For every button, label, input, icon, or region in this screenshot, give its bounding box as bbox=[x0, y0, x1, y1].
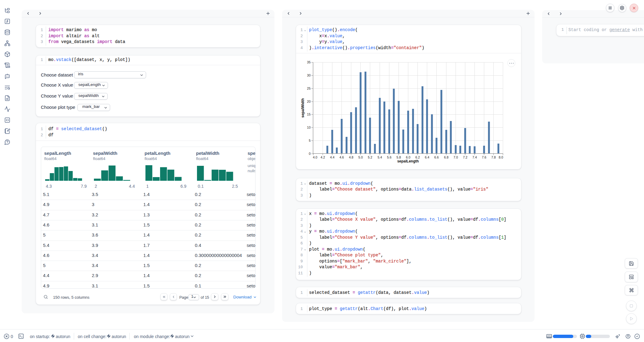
svg-text:sepalLength: sepalLength bbox=[397, 159, 419, 163]
svg-text:10: 10 bbox=[307, 126, 311, 129]
svg-text:15: 15 bbox=[307, 112, 311, 116]
svg-text:5.6: 5.6 bbox=[387, 155, 392, 159]
svg-text:5.4: 5.4 bbox=[377, 155, 382, 159]
svg-text:25: 25 bbox=[307, 87, 311, 90]
svg-text:20: 20 bbox=[307, 100, 311, 103]
svg-text:7.8: 7.8 bbox=[491, 155, 496, 159]
svg-text:4.0: 4.0 bbox=[313, 155, 317, 159]
svg-text:4.4: 4.4 bbox=[330, 155, 335, 159]
svg-text:6.4: 6.4 bbox=[425, 155, 429, 159]
svg-text:sepalWidth: sepalWidth bbox=[301, 98, 305, 118]
svg-text:35: 35 bbox=[307, 60, 311, 64]
svg-text:5.8: 5.8 bbox=[396, 155, 401, 159]
svg-text:7.6: 7.6 bbox=[482, 155, 486, 159]
svg-text:4.2: 4.2 bbox=[320, 155, 325, 159]
svg-text:4.6: 4.6 bbox=[339, 155, 344, 159]
svg-text:6.6: 6.6 bbox=[434, 155, 439, 159]
svg-text:30: 30 bbox=[307, 73, 311, 77]
svg-text:6.2: 6.2 bbox=[415, 155, 420, 159]
svg-text:4.8: 4.8 bbox=[349, 155, 353, 159]
svg-text:6.0: 6.0 bbox=[406, 155, 410, 159]
svg-text:5.2: 5.2 bbox=[368, 155, 372, 159]
svg-text:7.0: 7.0 bbox=[453, 155, 458, 159]
svg-text:7.2: 7.2 bbox=[463, 155, 467, 159]
svg-text:5.0: 5.0 bbox=[358, 155, 363, 159]
svg-text:7.4: 7.4 bbox=[472, 155, 477, 159]
svg-text:0: 0 bbox=[309, 152, 311, 155]
svg-text:8.0: 8.0 bbox=[499, 155, 503, 159]
svg-text:6.8: 6.8 bbox=[444, 155, 449, 159]
svg-text:5: 5 bbox=[309, 139, 311, 142]
